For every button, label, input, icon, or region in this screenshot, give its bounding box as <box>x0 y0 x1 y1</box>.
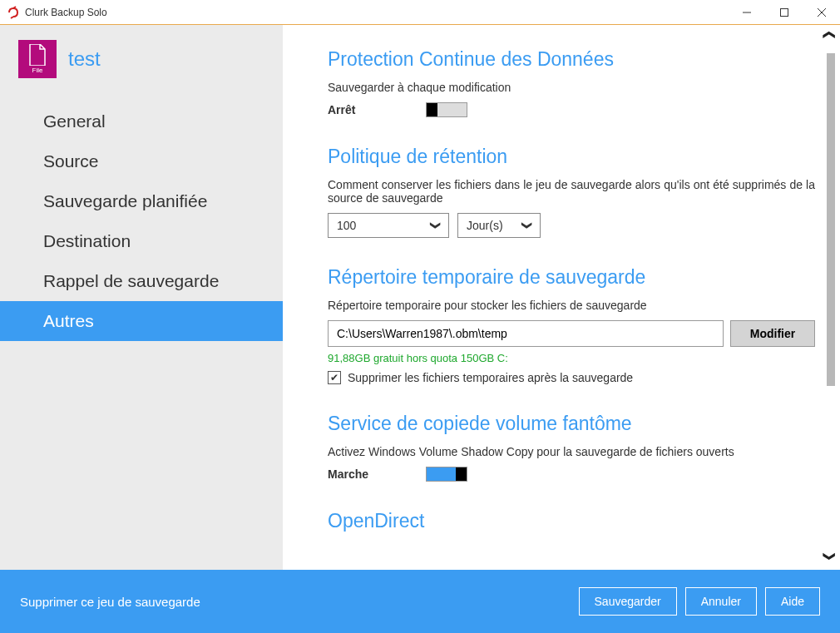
profile-icon: File <box>18 40 57 78</box>
nav-item-reminder[interactable]: Rappel de sauvegarde <box>0 261 283 301</box>
delete-backupset-link[interactable]: Supprimer ce jeu de sauvegarde <box>20 595 571 609</box>
vss-title: Service de copiede volume fantôme <box>328 413 815 435</box>
scrollbar-thumb[interactable] <box>827 53 835 386</box>
nav-item-others[interactable]: Autres <box>0 301 283 341</box>
chevron-down-icon: ❯ <box>521 221 533 230</box>
section-retention: Politique de rétention Comment conserver… <box>328 146 815 238</box>
app-icon <box>7 6 20 19</box>
cdp-toggle[interactable] <box>426 102 467 117</box>
retention-value: 100 <box>337 219 432 232</box>
section-cdp: Protection Continue des Données Sauvegar… <box>328 48 815 117</box>
scroll-down-icon[interactable]: ❯ <box>823 551 837 561</box>
nav-item-schedule[interactable]: Sauvegarde planifiée <box>0 181 283 221</box>
tempdir-freespace: 91,88GB gratuit hors quota 150GB C: <box>328 352 815 364</box>
minimize-button[interactable] <box>728 0 765 24</box>
profile-name: test <box>68 47 101 71</box>
scroll-up-icon[interactable]: ❮ <box>823 30 837 40</box>
nav-item-source[interactable]: Source <box>0 141 283 181</box>
retention-value-dropdown[interactable]: 100 ❯ <box>328 213 449 238</box>
maximize-button[interactable] <box>765 0 803 24</box>
section-opendirect: OpenDirect <box>328 510 815 532</box>
section-tempdir: Répertoire temporaire de sauvegarde Répe… <box>328 266 815 384</box>
retention-desc: Comment conserver les fichiers dans le j… <box>328 178 815 205</box>
footer: Supprimer ce jeu de sauvegarde Sauvegard… <box>0 570 840 633</box>
titlebar: Clurk Backup Solo <box>0 0 840 25</box>
tempdir-desc: Répertoire temporaire pour stocker les f… <box>328 299 815 312</box>
vss-desc: Activez Windows Volume Shadow Copy pour … <box>328 445 815 458</box>
profile-icon-label: File <box>32 67 43 74</box>
sidebar: File test General Source Sauvegarde plan… <box>0 25 283 570</box>
modify-button[interactable]: Modifier <box>730 320 815 347</box>
profile-header: File test <box>0 40 283 78</box>
cdp-title: Protection Continue des Données <box>328 48 815 71</box>
retention-title: Politique de rétention <box>328 146 815 168</box>
retention-unit-dropdown[interactable]: Jour(s) ❯ <box>457 213 541 238</box>
chevron-down-icon: ❯ <box>430 221 442 230</box>
delete-temp-label: Supprimer les fichiers temporaires après… <box>348 371 633 384</box>
help-button[interactable]: Aide <box>765 587 820 616</box>
window-title: Clurk Backup Solo <box>25 7 728 18</box>
cancel-button[interactable]: Annuler <box>685 587 757 616</box>
section-vss: Service de copiede volume fantôme Active… <box>328 413 815 482</box>
nav-item-destination[interactable]: Destination <box>0 221 283 261</box>
nav-item-general[interactable]: General <box>0 101 283 141</box>
cdp-desc: Sauvegarder à chaque modification <box>328 81 815 94</box>
tempdir-path-input[interactable] <box>328 320 724 347</box>
cdp-toggle-label: Arrêt <box>328 103 426 116</box>
tempdir-title: Répertoire temporaire de sauvegarde <box>328 266 815 289</box>
main-panel: Protection Continue des Données Sauvegar… <box>283 25 840 570</box>
vss-toggle-label: Marche <box>328 467 426 481</box>
opendirect-title: OpenDirect <box>328 510 815 532</box>
vss-toggle[interactable] <box>426 467 467 482</box>
svg-rect-1 <box>780 8 788 16</box>
save-button[interactable]: Sauvegarder <box>579 587 677 616</box>
delete-temp-checkbox[interactable]: ✔ <box>328 371 341 384</box>
retention-unit: Jour(s) <box>467 219 523 232</box>
close-button[interactable] <box>803 0 840 24</box>
